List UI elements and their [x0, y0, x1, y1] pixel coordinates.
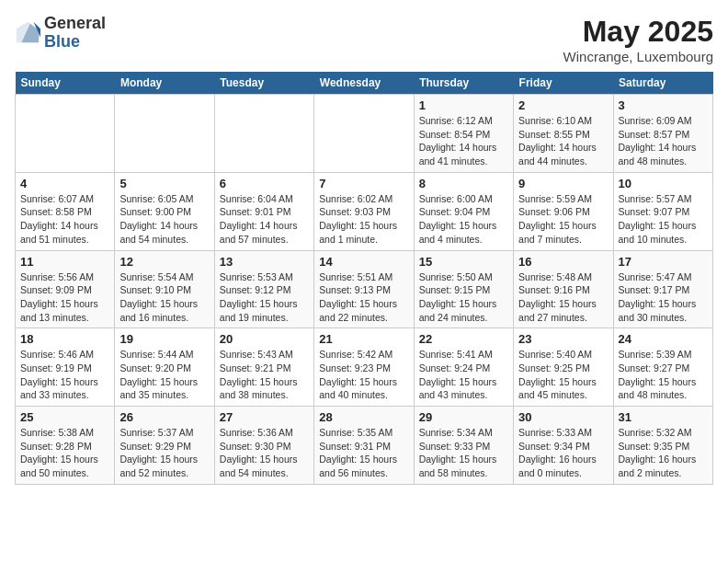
day-info: Sunrise: 5:46 AM Sunset: 9:19 PM Dayligh… — [20, 348, 109, 402]
day-cell: 16Sunrise: 5:48 AM Sunset: 9:16 PM Dayli… — [514, 250, 613, 328]
day-info: Sunrise: 5:54 AM Sunset: 9:10 PM Dayligh… — [119, 270, 209, 325]
header-monday: Monday — [115, 72, 214, 95]
header-friday: Friday — [514, 72, 613, 95]
day-cell: 7Sunrise: 6:02 AM Sunset: 9:03 PM Daylig… — [314, 172, 414, 250]
day-info: Sunrise: 5:59 AM Sunset: 9:06 PM Dayligh… — [518, 192, 608, 247]
day-number: 24 — [619, 332, 708, 346]
day-cell — [314, 95, 414, 173]
day-cell: 25Sunrise: 5:38 AM Sunset: 9:28 PM Dayli… — [16, 407, 115, 485]
day-cell: 5Sunrise: 6:05 AM Sunset: 9:00 PM Daylig… — [115, 172, 214, 250]
day-info: Sunrise: 5:50 AM Sunset: 9:15 PM Dayligh… — [419, 270, 508, 325]
day-cell: 22Sunrise: 5:41 AM Sunset: 9:24 PM Dayli… — [414, 328, 513, 407]
logo-icon — [15, 20, 40, 46]
day-info: Sunrise: 5:44 AM Sunset: 9:20 PM Dayligh… — [119, 348, 209, 402]
day-info: Sunrise: 6:12 AM Sunset: 8:54 PM Dayligh… — [419, 114, 508, 168]
day-number: 10 — [619, 177, 708, 190]
day-cell: 12Sunrise: 5:54 AM Sunset: 9:10 PM Dayli… — [115, 250, 214, 328]
day-number: 27 — [220, 410, 309, 424]
day-cell: 4Sunrise: 6:07 AM Sunset: 8:58 PM Daylig… — [16, 172, 115, 250]
day-info: Sunrise: 6:04 AM Sunset: 9:01 PM Dayligh… — [220, 192, 309, 247]
day-info: Sunrise: 5:51 AM Sunset: 9:13 PM Dayligh… — [319, 270, 408, 325]
day-number: 17 — [619, 255, 708, 269]
title-block: May 2025 Wincrange, Luxembourg — [563, 15, 713, 64]
header-saturday: Saturday — [613, 72, 712, 95]
day-cell: 13Sunrise: 5:53 AM Sunset: 9:12 PM Dayli… — [214, 250, 313, 328]
day-number: 18 — [20, 332, 109, 346]
day-info: Sunrise: 6:09 AM Sunset: 8:57 PM Dayligh… — [619, 114, 708, 168]
location: Wincrange, Luxembourg — [563, 49, 713, 64]
day-number: 2 — [518, 98, 608, 112]
day-number: 6 — [220, 177, 309, 190]
day-number: 12 — [119, 255, 209, 269]
day-cell: 11Sunrise: 5:56 AM Sunset: 9:09 PM Dayli… — [16, 250, 115, 328]
day-info: Sunrise: 5:39 AM Sunset: 9:27 PM Dayligh… — [619, 348, 708, 402]
logo-general: General — [44, 15, 106, 33]
day-cell: 18Sunrise: 5:46 AM Sunset: 9:19 PM Dayli… — [16, 328, 115, 407]
day-number: 1 — [419, 98, 508, 112]
day-info: Sunrise: 5:56 AM Sunset: 9:09 PM Dayligh… — [20, 270, 109, 325]
day-cell: 2Sunrise: 6:10 AM Sunset: 8:55 PM Daylig… — [514, 95, 613, 173]
day-number: 15 — [419, 255, 508, 269]
day-number: 16 — [518, 255, 608, 269]
day-number: 22 — [419, 332, 508, 346]
week-row-4: 18Sunrise: 5:46 AM Sunset: 9:19 PM Dayli… — [16, 328, 713, 407]
day-cell: 15Sunrise: 5:50 AM Sunset: 9:15 PM Dayli… — [414, 250, 513, 328]
day-number: 20 — [220, 332, 309, 346]
day-cell: 28Sunrise: 5:35 AM Sunset: 9:31 PM Dayli… — [314, 407, 414, 485]
logo-text: General Blue — [44, 15, 106, 52]
day-cell: 19Sunrise: 5:44 AM Sunset: 9:20 PM Dayli… — [115, 328, 214, 407]
day-cell — [16, 95, 115, 173]
day-number: 9 — [518, 177, 608, 190]
day-info: Sunrise: 5:32 AM Sunset: 9:35 PM Dayligh… — [619, 426, 708, 480]
day-cell: 6Sunrise: 6:04 AM Sunset: 9:01 PM Daylig… — [214, 172, 313, 250]
day-info: Sunrise: 5:34 AM Sunset: 9:33 PM Dayligh… — [419, 426, 508, 480]
calendar-table: SundayMondayTuesdayWednesdayThursdayFrid… — [15, 72, 713, 485]
day-number: 31 — [619, 410, 708, 424]
logo: General Blue — [15, 15, 106, 52]
day-info: Sunrise: 6:10 AM Sunset: 8:55 PM Dayligh… — [518, 114, 608, 168]
day-number: 21 — [319, 332, 408, 346]
day-info: Sunrise: 5:36 AM Sunset: 9:30 PM Dayligh… — [220, 426, 309, 480]
week-row-5: 25Sunrise: 5:38 AM Sunset: 9:28 PM Dayli… — [16, 407, 713, 485]
day-number: 3 — [619, 98, 708, 112]
day-cell: 24Sunrise: 5:39 AM Sunset: 9:27 PM Dayli… — [613, 328, 712, 407]
logo-blue: Blue — [44, 33, 106, 52]
day-cell: 17Sunrise: 5:47 AM Sunset: 9:17 PM Dayli… — [613, 250, 712, 328]
header-tuesday: Tuesday — [214, 72, 313, 95]
day-cell: 31Sunrise: 5:32 AM Sunset: 9:35 PM Dayli… — [613, 407, 712, 485]
day-info: Sunrise: 5:53 AM Sunset: 9:12 PM Dayligh… — [220, 270, 309, 325]
header-sunday: Sunday — [16, 72, 115, 95]
day-cell: 8Sunrise: 6:00 AM Sunset: 9:04 PM Daylig… — [414, 172, 513, 250]
week-row-1: 1Sunrise: 6:12 AM Sunset: 8:54 PM Daylig… — [16, 95, 713, 173]
day-info: Sunrise: 6:02 AM Sunset: 9:03 PM Dayligh… — [319, 192, 408, 247]
page-header: General Blue May 2025 Wincrange, Luxembo… — [15, 15, 713, 64]
day-number: 8 — [419, 177, 508, 190]
day-number: 29 — [419, 410, 508, 424]
day-info: Sunrise: 5:35 AM Sunset: 9:31 PM Dayligh… — [319, 426, 408, 480]
day-number: 30 — [518, 410, 608, 424]
day-cell: 23Sunrise: 5:40 AM Sunset: 9:25 PM Dayli… — [514, 328, 613, 407]
day-cell — [214, 95, 313, 173]
day-cell: 10Sunrise: 5:57 AM Sunset: 9:07 PM Dayli… — [613, 172, 712, 250]
header-thursday: Thursday — [414, 72, 513, 95]
day-cell: 3Sunrise: 6:09 AM Sunset: 8:57 PM Daylig… — [613, 95, 712, 173]
day-number: 5 — [119, 177, 209, 190]
day-info: Sunrise: 5:57 AM Sunset: 9:07 PM Dayligh… — [619, 192, 708, 247]
day-cell — [115, 95, 214, 173]
day-number: 11 — [20, 255, 109, 269]
day-cell: 20Sunrise: 5:43 AM Sunset: 9:21 PM Dayli… — [214, 328, 313, 407]
day-info: Sunrise: 5:47 AM Sunset: 9:17 PM Dayligh… — [619, 270, 708, 325]
header-row: SundayMondayTuesdayWednesdayThursdayFrid… — [16, 72, 713, 95]
day-info: Sunrise: 5:42 AM Sunset: 9:23 PM Dayligh… — [319, 348, 408, 402]
day-info: Sunrise: 5:43 AM Sunset: 9:21 PM Dayligh… — [220, 348, 309, 402]
day-info: Sunrise: 5:41 AM Sunset: 9:24 PM Dayligh… — [419, 348, 508, 402]
day-info: Sunrise: 5:40 AM Sunset: 9:25 PM Dayligh… — [518, 348, 608, 402]
week-row-3: 11Sunrise: 5:56 AM Sunset: 9:09 PM Dayli… — [16, 250, 713, 328]
day-info: Sunrise: 5:48 AM Sunset: 9:16 PM Dayligh… — [518, 270, 608, 325]
day-cell: 26Sunrise: 5:37 AM Sunset: 9:29 PM Dayli… — [115, 407, 214, 485]
day-number: 26 — [119, 410, 209, 424]
day-cell: 1Sunrise: 6:12 AM Sunset: 8:54 PM Daylig… — [414, 95, 513, 173]
day-cell: 14Sunrise: 5:51 AM Sunset: 9:13 PM Dayli… — [314, 250, 414, 328]
day-info: Sunrise: 5:33 AM Sunset: 9:34 PM Dayligh… — [518, 426, 608, 480]
day-number: 19 — [119, 332, 209, 346]
